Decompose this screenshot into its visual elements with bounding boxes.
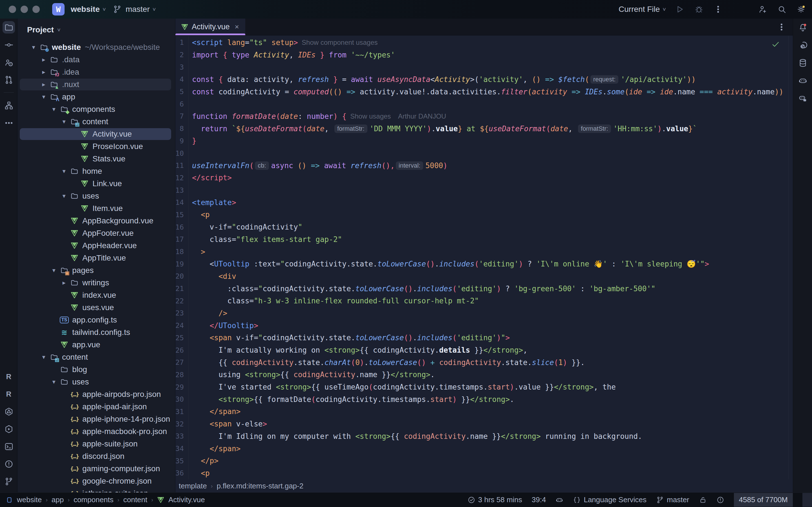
code-line-10[interactable]: 10: [175, 147, 793, 159]
tree-row--idea[interactable]: ▸IJ.idea: [17, 66, 175, 78]
window-minimize-button[interactable]: [20, 6, 28, 13]
tree-row--data[interactable]: ▸.data: [17, 54, 175, 66]
code-line-21[interactable]: 21 :class="codingActivity.state.toLowerC…: [175, 283, 793, 295]
line-number[interactable]: 20: [175, 272, 188, 280]
code-line-28[interactable]: 28 using <strong>{{ codingActivity.name …: [175, 369, 793, 381]
project-panel-header[interactable]: Project ˅: [17, 18, 175, 41]
line-number[interactable]: 25: [175, 334, 188, 342]
ai-assistant-icon[interactable]: [793, 36, 812, 54]
status-crumb[interactable]: content: [123, 496, 147, 504]
tree-row-components[interactable]: ▾◆components: [17, 103, 175, 115]
status-crumb[interactable]: components: [73, 496, 114, 504]
chevron-down-icon[interactable]: ▾: [59, 168, 69, 175]
line-number[interactable]: 4: [175, 75, 188, 83]
line-number[interactable]: 5: [175, 88, 188, 96]
line-number[interactable]: 14: [175, 198, 188, 207]
chevron-down-icon[interactable]: ▾: [49, 378, 59, 386]
line-number[interactable]: 33: [175, 432, 188, 440]
status-crumb[interactable]: app: [52, 496, 64, 504]
line-number[interactable]: 6: [175, 100, 188, 108]
problems-icon[interactable]: [0, 455, 17, 473]
code-line-18[interactable]: 18 >: [175, 245, 793, 258]
commit-icon[interactable]: [0, 36, 17, 54]
line-number[interactable]: 21: [175, 284, 188, 293]
inspections-ok-icon[interactable]: [771, 40, 780, 48]
tree-row-app-vue[interactable]: app.vue: [17, 339, 175, 351]
status-crumb-project[interactable]: website: [17, 496, 42, 504]
line-number[interactable]: 26: [175, 346, 188, 354]
copilot-icon[interactable]: [793, 72, 812, 90]
code-line-14[interactable]: 14<template>: [175, 196, 793, 209]
code-line-11[interactable]: 11useIntervalFn(cb:async () => await ref…: [175, 159, 793, 172]
code-line-13[interactable]: 13: [175, 184, 793, 196]
terminal-icon[interactable]: [0, 438, 17, 455]
inspections[interactable]: [716, 496, 724, 504]
line-number[interactable]: 9: [175, 137, 188, 145]
tree-row-content[interactable]: ▾▤content: [17, 351, 175, 363]
tree-row-uses-vue[interactable]: uses.vue: [17, 301, 175, 314]
breadcrumb-item[interactable]: p.flex.md:items-start.gap-2: [216, 482, 303, 490]
settings-icon[interactable]: [796, 4, 806, 15]
run-configuration-selector[interactable]: Current File ˅: [619, 5, 666, 14]
code-line-30[interactable]: 30 <strong>{{ formatDate(codingActivity.…: [175, 393, 793, 406]
tree-row-content[interactable]: ▾▤content: [17, 115, 175, 128]
tree-row-tailwind-config-ts[interactable]: ≋tailwind.config.ts: [17, 326, 175, 339]
close-icon[interactable]: ×: [235, 22, 239, 31]
code-line-29[interactable]: 29 I've started <strong>{{ useTimeAgo(co…: [175, 381, 793, 393]
code-line-33[interactable]: 33 I'm Idling on my computer with <stron…: [175, 430, 793, 443]
graphql-icon[interactable]: [0, 403, 17, 420]
tree-row-website[interactable]: ▾⊕website~/Workspace/website: [17, 41, 175, 54]
search-everywhere-icon[interactable]: [776, 4, 787, 15]
tree-row-apple-suite-json[interactable]: {…}apple-suite.json: [17, 438, 175, 450]
window-zoom-button[interactable]: [33, 6, 40, 13]
copilot-chat-icon[interactable]: [793, 90, 812, 107]
debug-icon[interactable]: [694, 4, 704, 15]
code-line-5[interactable]: 5const codingActivity = computed(() => a…: [175, 86, 793, 98]
r-language-2-icon[interactable]: R: [0, 385, 17, 403]
status-crumb-file[interactable]: Activity.vue: [168, 496, 205, 504]
line-number[interactable]: 11: [175, 161, 188, 170]
line-number[interactable]: 23: [175, 309, 188, 317]
tree-row-uses[interactable]: ▾uses: [17, 190, 175, 202]
code-line-12[interactable]: 12</script>: [175, 172, 793, 184]
code-line-15[interactable]: 15 <p: [175, 209, 793, 221]
line-number[interactable]: 35: [175, 457, 188, 465]
tree-row-app[interactable]: ▾Λapp: [17, 91, 175, 103]
line-number[interactable]: 7: [175, 112, 188, 120]
line-number[interactable]: 10: [175, 149, 188, 158]
code-line-27[interactable]: 27 {{ codingActivity.state.charAt(0).toL…: [175, 356, 793, 369]
tree-row--nuxt[interactable]: ▸▲.nuxt: [17, 78, 175, 91]
line-number[interactable]: 15: [175, 211, 188, 219]
tab-activity-vue[interactable]: Activity.vue ×: [175, 18, 245, 35]
language-services[interactable]: Language Services: [573, 496, 647, 504]
code-line-2[interactable]: 2import { type Activity, IDEs } from '~~…: [175, 49, 793, 61]
file-writable[interactable]: [699, 496, 707, 504]
code-with-me-icon[interactable]: [757, 4, 768, 15]
tree-row-apple-ipad-air-json[interactable]: {…}apple-ipad-air.json: [17, 400, 175, 413]
tree-row-index-vue[interactable]: index.vue: [17, 289, 175, 301]
tree-row-apple-iphone-14-pro-json[interactable]: {…}apple-iphone-14-pro.json: [17, 413, 175, 425]
line-number[interactable]: 28: [175, 371, 188, 379]
code-line-9[interactable]: 9}: [175, 135, 793, 147]
line-number[interactable]: 2: [175, 51, 188, 59]
session-time[interactable]: 3 hrs 58 mins: [467, 496, 522, 504]
tree-row-home[interactable]: ▾home: [17, 165, 175, 177]
tree-row-activity-vue[interactable]: Activity.vue: [17, 128, 175, 140]
chevron-right-icon[interactable]: ▸: [39, 68, 49, 76]
code-line-7[interactable]: 7function formatDate(date: number) { Sho…: [175, 110, 793, 122]
line-number[interactable]: 18: [175, 247, 188, 256]
tree-row-apptitle-vue[interactable]: AppTitle.vue: [17, 252, 175, 264]
code-line-22[interactable]: 22 class="h-3 w-3 inline-flex rounded-fu…: [175, 295, 793, 307]
code-line-19[interactable]: 19 <UTooltip :text="codingActivity.state…: [175, 258, 793, 270]
breadcrumb-item[interactable]: template: [179, 482, 207, 490]
line-number[interactable]: 8: [175, 124, 188, 133]
chevron-down-icon[interactable]: ▾: [59, 118, 69, 125]
tree-row-apple-airpods-pro-json[interactable]: {…}apple-airpods-pro.json: [17, 388, 175, 400]
line-number[interactable]: 32: [175, 420, 188, 428]
line-number[interactable]: 19: [175, 260, 188, 268]
code-editor[interactable]: 1<script lang="ts" setup> Show component…: [175, 36, 793, 480]
line-number[interactable]: 27: [175, 358, 188, 367]
chevron-down-icon[interactable]: ▾: [49, 267, 59, 274]
chevron-down-icon[interactable]: ▾: [49, 106, 59, 113]
window-close-button[interactable]: [9, 6, 16, 13]
